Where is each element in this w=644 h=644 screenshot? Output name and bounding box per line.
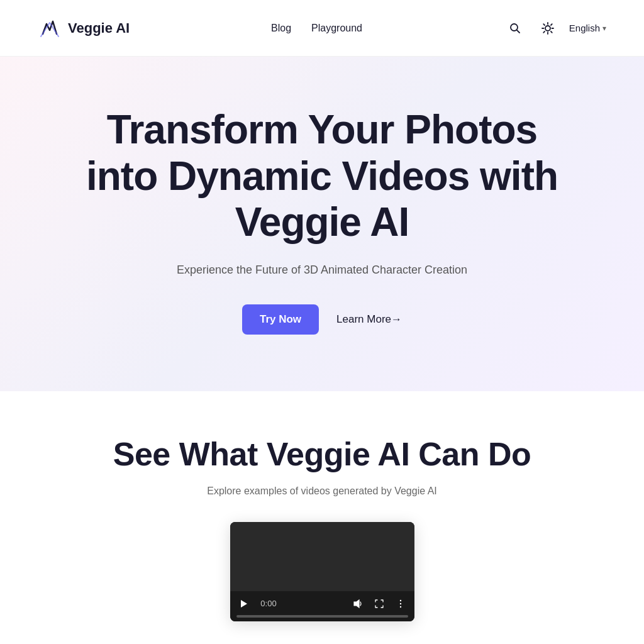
- video-mute-button[interactable]: [350, 596, 365, 611]
- video-player: 0:00: [230, 522, 414, 621]
- learn-more-button[interactable]: Learn More→: [336, 313, 402, 326]
- svg-marker-11: [241, 600, 247, 608]
- demo-section-title: See What Veggie AI Can Do: [38, 435, 606, 473]
- video-progress-bar[interactable]: [236, 615, 408, 618]
- search-icon: [509, 23, 521, 34]
- svg-line-8: [551, 31, 552, 33]
- video-timestamp: 0:00: [258, 599, 280, 608]
- svg-line-7: [543, 24, 545, 25]
- chevron-down-icon: ▾: [602, 24, 606, 33]
- try-now-button[interactable]: Try Now: [242, 304, 319, 335]
- theme-toggle-button[interactable]: [536, 17, 559, 40]
- language-label: English: [569, 23, 600, 33]
- search-button[interactable]: [504, 17, 526, 40]
- hero-actions: Try Now Learn More→: [242, 304, 402, 335]
- demo-section: See What Veggie AI Can Do Explore exampl…: [0, 391, 644, 644]
- video-more-button[interactable]: [393, 596, 408, 611]
- video-controls-row: 0:00: [236, 596, 408, 611]
- navbar: Veggie AI Blog Playground: [0, 0, 644, 57]
- hero-section: Transform Your Photos into Dynamic Video…: [0, 57, 644, 391]
- nav-blog[interactable]: Blog: [271, 23, 291, 34]
- sun-icon: [541, 22, 554, 35]
- video-fullscreen-button[interactable]: [372, 596, 387, 611]
- video-play-button[interactable]: [236, 596, 252, 611]
- svg-point-14: [399, 603, 401, 604]
- svg-line-10: [543, 31, 545, 33]
- logo-text: Veggie AI: [68, 20, 130, 36]
- speaker-icon: [353, 599, 363, 609]
- language-selector[interactable]: English ▾: [569, 23, 606, 33]
- video-controls-bar: 0:00: [230, 591, 414, 621]
- svg-line-9: [551, 24, 552, 25]
- demo-section-subtitle: Explore examples of videos generated by …: [38, 486, 606, 497]
- svg-line-1: [517, 30, 519, 32]
- more-icon: [396, 599, 405, 608]
- fullscreen-icon: [375, 599, 384, 608]
- play-icon: [240, 599, 248, 608]
- svg-point-15: [399, 606, 401, 608]
- nav-links: Blog Playground: [271, 23, 362, 34]
- logo-link[interactable]: Veggie AI: [38, 16, 130, 40]
- hero-title: Transform Your Photos into Dynamic Video…: [77, 107, 567, 246]
- nav-playground[interactable]: Playground: [311, 23, 362, 34]
- svg-marker-12: [354, 600, 359, 608]
- svg-point-13: [399, 600, 401, 601]
- video-display-area: [230, 522, 414, 591]
- nav-controls: English ▾: [504, 17, 606, 40]
- logo-icon: [38, 16, 62, 40]
- svg-point-2: [545, 26, 550, 31]
- hero-subtitle: Experience the Future of 3D Animated Cha…: [177, 264, 467, 277]
